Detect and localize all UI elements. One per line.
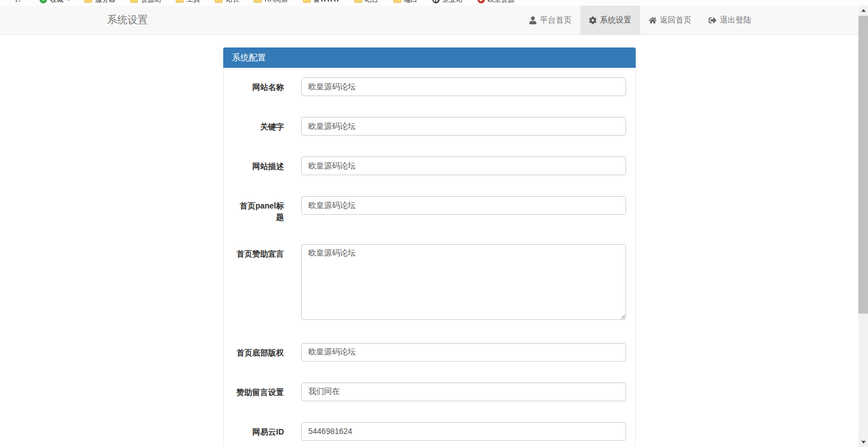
field-control xyxy=(301,196,626,223)
field-label: 赞助留言设置 xyxy=(232,383,284,401)
bookmark-label: 欧皇资源 xyxy=(488,0,515,5)
bookmark-label: 金WWW xyxy=(314,0,340,5)
field-label: 首页赞助宣言 xyxy=(232,244,284,322)
field-input[interactable] xyxy=(301,343,626,362)
nav-item-label: 平台首页 xyxy=(540,15,572,25)
folder-icon xyxy=(393,0,401,3)
logout-icon xyxy=(709,16,717,24)
scrollbar-thumb[interactable] xyxy=(858,16,868,314)
bookmark-item[interactable]: +收藏▾ xyxy=(40,0,70,5)
folder-icon xyxy=(84,0,92,3)
bookmark-label: 站长 xyxy=(225,0,239,5)
folder-icon xyxy=(354,0,362,3)
system-config-panel: 系统配置 网站名称关键字网站描述首页panel标题首页赞助宣言欧皇源码论坛首页底… xyxy=(223,47,636,447)
field-control xyxy=(301,383,626,401)
bookmark-item[interactable]: 资源站 xyxy=(130,0,161,5)
field-control: 欧皇源码论坛 xyxy=(301,244,626,322)
field-control xyxy=(301,157,626,175)
field-label: 网易云ID xyxy=(232,422,284,441)
field-input[interactable] xyxy=(301,157,626,175)
bookmark-item[interactable]: W企业站 xyxy=(432,0,463,5)
nav-item-logout[interactable]: 退出登陆 xyxy=(700,6,760,34)
browser-bookmarks-bar: 17 +收藏▾服务器资源站工具站长RH商店金WWW吧台端口W企业站●欧皇资源 xyxy=(0,0,868,6)
bookmark-add-icon: + xyxy=(40,0,47,3)
field-input[interactable] xyxy=(301,117,626,136)
nav-item-user[interactable]: 平台首页 xyxy=(520,6,580,34)
scroll-up-arrow[interactable] xyxy=(858,6,868,15)
field-label: 关键字 xyxy=(232,117,284,136)
nav-item-label: 退出登陆 xyxy=(720,15,752,25)
bookmark-item[interactable]: 服务器 xyxy=(84,0,115,5)
form-row: 网易云ID xyxy=(232,422,626,441)
field-input[interactable] xyxy=(301,383,626,401)
navbar-menu: 平台首页系统设置返回首页退出登陆 xyxy=(520,6,760,34)
form-row: 网站名称 xyxy=(232,77,626,96)
folder-icon xyxy=(254,0,262,3)
field-label: 首页panel标题 xyxy=(232,196,284,223)
bookmark-item[interactable]: ●欧皇资源 xyxy=(478,0,515,5)
bookmark-item[interactable]: 站长 xyxy=(215,0,239,5)
bookmark-label: 服务器 xyxy=(95,0,115,5)
red-globe-icon: ● xyxy=(478,0,485,3)
form-row: 赞助留言设置 xyxy=(232,383,626,401)
field-input[interactable] xyxy=(301,422,626,441)
form-row: 首页panel标题 xyxy=(232,196,626,223)
bookmark-item[interactable]: 金WWW xyxy=(303,0,340,5)
field-input[interactable] xyxy=(301,196,626,215)
vertical-scrollbar[interactable] xyxy=(858,6,868,447)
bookmark-label: 收藏 xyxy=(50,0,63,5)
form-row: 首页赞助宣言欧皇源码论坛 xyxy=(232,244,626,322)
main-content: 系统配置 网站名称关键字网站描述首页panel标题首页赞助宣言欧皇源码论坛首页底… xyxy=(0,35,858,447)
bookmark-item[interactable]: 端口 xyxy=(393,0,418,5)
bookmark-label: 企业站 xyxy=(442,0,463,5)
field-control xyxy=(301,343,626,362)
folder-icon xyxy=(215,0,223,3)
home-icon xyxy=(649,16,657,24)
field-label: 首页底部版权 xyxy=(232,343,284,362)
system-config-form: 网站名称关键字网站描述首页panel标题首页赞助宣言欧皇源码论坛首页底部版权赞助… xyxy=(224,68,635,447)
scroll-down-arrow[interactable] xyxy=(858,437,868,447)
bookmark-item[interactable]: RH商店 xyxy=(254,0,288,5)
nav-item-gear[interactable]: 系统设置 xyxy=(580,6,640,34)
nav-item-label: 返回首页 xyxy=(660,15,692,25)
bookmark-label: 工具 xyxy=(186,0,200,5)
bookmark-label: 吧台 xyxy=(365,0,379,5)
nav-item-home[interactable]: 返回首页 xyxy=(640,6,700,34)
folder-icon xyxy=(176,0,184,3)
field-control xyxy=(301,77,626,96)
panel-heading: 系统配置 xyxy=(223,47,636,68)
user-icon xyxy=(529,16,537,24)
nav-item-label: 系统设置 xyxy=(600,15,632,25)
field-control xyxy=(301,117,626,136)
browser-tab-fragment: 17 xyxy=(15,0,21,3)
bookmark-label: 端口 xyxy=(404,0,418,5)
form-row: 关键字 xyxy=(232,117,626,136)
bookmark-label: RH商店 xyxy=(264,0,288,5)
bookmark-item[interactable]: 吧台 xyxy=(354,0,379,5)
form-row: 首页底部版权 xyxy=(232,343,626,362)
field-input[interactable]: 欧皇源码论坛 xyxy=(301,244,626,320)
top-navbar: 系统设置 平台首页系统设置返回首页退出登陆 xyxy=(0,6,858,35)
gear-icon xyxy=(589,16,597,24)
folder-icon xyxy=(130,0,138,3)
field-label: 网站名称 xyxy=(232,77,284,96)
form-row: 网站描述 xyxy=(232,157,626,175)
bookmark-item[interactable]: 工具 xyxy=(176,0,200,5)
page-title: 系统设置 xyxy=(99,6,148,34)
field-input[interactable] xyxy=(301,77,626,96)
field-label: 网站描述 xyxy=(232,157,284,175)
bookmark-label: 资源站 xyxy=(141,0,161,5)
field-control xyxy=(301,422,626,441)
caret-down-icon: ▾ xyxy=(67,0,70,2)
folder-icon xyxy=(303,0,311,3)
wordpress-icon: W xyxy=(432,0,440,3)
